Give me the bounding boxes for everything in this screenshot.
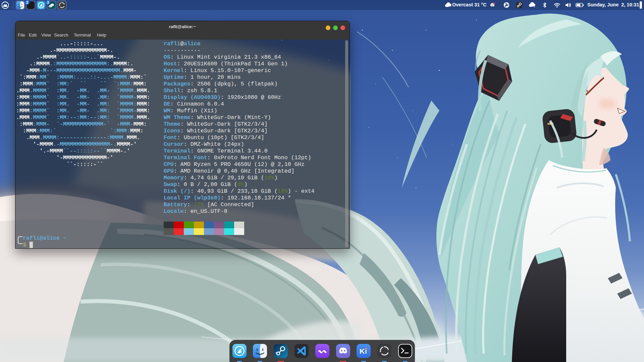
svg-text:K: K bbox=[360, 347, 365, 355]
